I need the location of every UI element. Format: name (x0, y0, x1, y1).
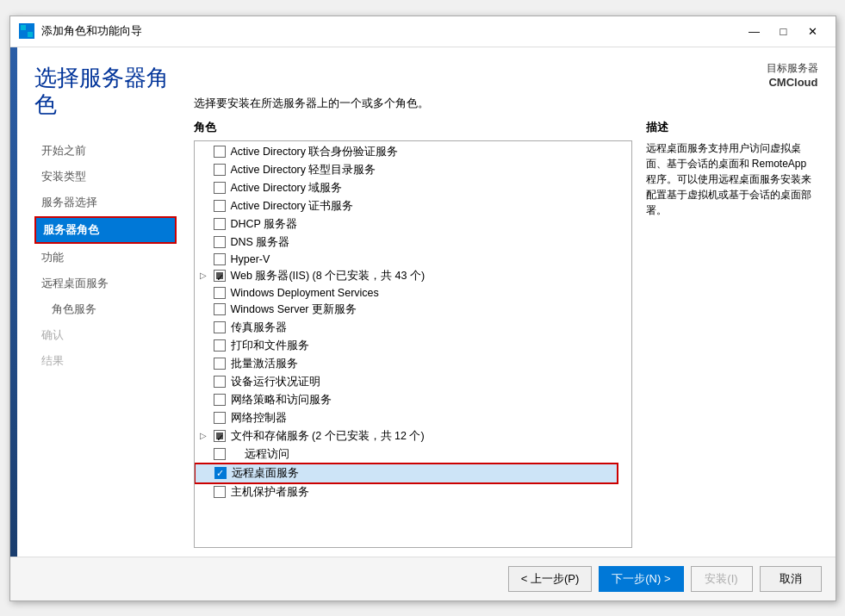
expand-icon (200, 288, 210, 298)
main-window: 添加角色和功能向导 — □ ✕ 选择服务器角色 开始之前安装类型服务器选择服务器… (9, 16, 836, 601)
server-name: CMCloud (194, 76, 818, 89)
expand-icon (200, 201, 210, 211)
nav-item-install-type[interactable]: 安装类型 (34, 165, 177, 189)
expand-icon (200, 322, 210, 333)
nav-item-server-select[interactable]: 服务器选择 (34, 190, 177, 215)
role-item-npas[interactable]: 网络策略和访问服务 (195, 391, 618, 409)
role-checkbox-remote-access[interactable] (214, 448, 226, 460)
role-checkbox-hyper-v[interactable] (214, 253, 226, 265)
expand-icon (200, 358, 210, 369)
role-item-fax[interactable]: 传真服务器 (195, 319, 618, 337)
role-label-ad-cert: Active Directory 联合身份验证服务 (231, 145, 399, 159)
role-checkbox-npas[interactable] (214, 394, 226, 406)
expand-icon (200, 304, 210, 314)
role-checkbox-ad-cert[interactable] (214, 146, 226, 158)
roles-header: 角色 (194, 120, 632, 135)
expand-icon (200, 340, 210, 351)
nav-item-confirm: 确认 (34, 323, 177, 347)
next-button[interactable]: 下一步(N) > (599, 566, 683, 592)
nav-item-server-roles[interactable]: 服务器角色 (34, 216, 177, 244)
expand-icon: ▷ (200, 271, 210, 281)
role-checkbox-wsus[interactable] (214, 303, 226, 315)
role-checkbox-device-health[interactable] (214, 376, 226, 388)
accent-bar (10, 47, 17, 557)
expand-icon (201, 468, 211, 478)
role-item-remote-access[interactable]: 远程访问 (195, 445, 618, 464)
role-label-device-health: 设备运行状况证明 (231, 375, 320, 389)
role-item-hyper-v[interactable]: Hyper-V (195, 252, 618, 267)
right-panel: 目标服务器 CMCloud 选择要安装在所选服务器上的一个或多个角色。 角色 A… (177, 47, 836, 557)
expand-icon (200, 449, 210, 459)
role-checkbox-host-guardian[interactable] (214, 486, 226, 498)
expand-icon (200, 254, 210, 264)
expand-icon (200, 413, 210, 423)
expand-icon (200, 487, 210, 497)
expand-icon (200, 395, 210, 405)
role-label-net-controller: 网络控制器 (231, 411, 287, 426)
role-label-print: 打印和文件服务 (231, 339, 309, 353)
role-item-ad-domain[interactable]: Active Directory 域服务 (195, 179, 618, 197)
cancel-button[interactable]: 取消 (760, 566, 822, 592)
nav-item-features[interactable]: 功能 (34, 246, 177, 270)
role-checkbox-vam[interactable] (214, 358, 226, 370)
role-item-device-health[interactable]: 设备运行状况证明 (195, 373, 618, 391)
role-label-rds-role: 远程桌面服务 (232, 466, 299, 481)
role-checkbox-print[interactable] (214, 339, 226, 352)
role-item-ad-cs[interactable]: Active Directory 证书服务 (195, 197, 618, 215)
role-checkbox-fax[interactable] (214, 321, 226, 333)
window-controls: — □ ✕ (741, 21, 827, 41)
left-nav: 选择服务器角色 开始之前安装类型服务器选择服务器角色功能远程桌面服务角色服务确认… (17, 47, 177, 557)
description-panel: 描述 远程桌面服务支持用户访问虚拟桌面、基于会话的桌面和 RemoteApp 程… (646, 120, 818, 548)
nav-item-rds[interactable]: 远程桌面服务 (34, 271, 177, 296)
nav-item-start[interactable]: 开始之前 (34, 139, 177, 163)
role-checkbox-ad-domain[interactable] (214, 182, 226, 194)
window-title: 添加角色和功能向导 (41, 23, 741, 39)
role-item-net-controller[interactable]: 网络控制器 (195, 409, 618, 427)
role-checkbox-ad-cs[interactable] (214, 200, 226, 212)
main-content: 选择服务器角色 开始之前安装类型服务器选择服务器角色功能远程桌面服务角色服务确认… (10, 47, 836, 557)
nav-item-result: 结果 (34, 349, 177, 373)
role-checkbox-rds-role[interactable] (214, 467, 227, 479)
close-button[interactable]: ✕ (799, 21, 827, 41)
role-checkbox-dns[interactable] (214, 236, 226, 248)
role-item-file-storage[interactable]: ▷文件和存储服务 (2 个已安装，共 12 个) (195, 427, 618, 445)
role-checkbox-file-storage[interactable] (214, 430, 226, 442)
role-label-iis: Web 服务器(IIS) (8 个已安装，共 43 个) (231, 269, 426, 283)
instruction-text: 选择要安装在所选服务器上的一个或多个角色。 (194, 96, 818, 111)
install-button: 安装(I) (691, 566, 753, 592)
role-item-print[interactable]: 打印和文件服务 (195, 337, 618, 355)
maximize-button[interactable]: □ (770, 21, 798, 41)
svg-rect-1 (28, 25, 33, 30)
role-label-wds: Windows Deployment Services (231, 287, 379, 299)
role-checkbox-net-controller[interactable] (214, 412, 226, 424)
svg-rect-2 (21, 32, 26, 37)
roles-list: Active Directory 联合身份验证服务Active Director… (195, 141, 631, 547)
role-item-dhcp[interactable]: DHCP 服务器 (195, 215, 618, 233)
role-item-ad-cert[interactable]: Active Directory 联合身份验证服务 (195, 143, 618, 161)
role-label-hyper-v: Hyper-V (231, 253, 270, 265)
role-item-host-guardian[interactable]: 主机保护者服务 (195, 483, 618, 501)
expand-icon (200, 146, 210, 157)
role-item-wsus[interactable]: Windows Server 更新服务 (195, 301, 618, 319)
role-item-dns[interactable]: DNS 服务器 (195, 233, 618, 252)
expand-icon (200, 237, 210, 247)
nav-container: 开始之前安装类型服务器选择服务器角色功能远程桌面服务角色服务确认结果 (34, 139, 177, 373)
expand-icon: ▷ (200, 431, 210, 441)
role-item-iis[interactable]: ▷Web 服务器(IIS) (8 个已安装，共 43 个) (195, 267, 618, 285)
role-checkbox-wds[interactable] (214, 287, 226, 299)
back-button[interactable]: < 上一步(P) (508, 566, 593, 592)
minimize-button[interactable]: — (741, 21, 768, 41)
role-checkbox-ad-light[interactable] (214, 164, 226, 176)
role-checkbox-dhcp[interactable] (214, 218, 226, 230)
role-label-file-storage: 文件和存储服务 (2 个已安装，共 12 个) (231, 429, 425, 444)
role-item-ad-light[interactable]: Active Directory 轻型目录服务 (195, 161, 618, 179)
nav-item-role-services[interactable]: 角色服务 (34, 297, 177, 321)
role-item-rds-role[interactable]: 远程桌面服务 (195, 464, 618, 483)
role-item-wds[interactable]: Windows Deployment Services (195, 285, 618, 301)
page-title: 选择服务器角色 (34, 65, 177, 118)
server-info: 目标服务器 CMCloud (194, 61, 818, 89)
role-item-vam[interactable]: 批量激活服务 (195, 355, 618, 373)
role-label-host-guardian: 主机保护者服务 (231, 485, 309, 500)
role-label-ad-domain: Active Directory 域服务 (231, 181, 343, 196)
role-checkbox-iis[interactable] (214, 270, 226, 282)
